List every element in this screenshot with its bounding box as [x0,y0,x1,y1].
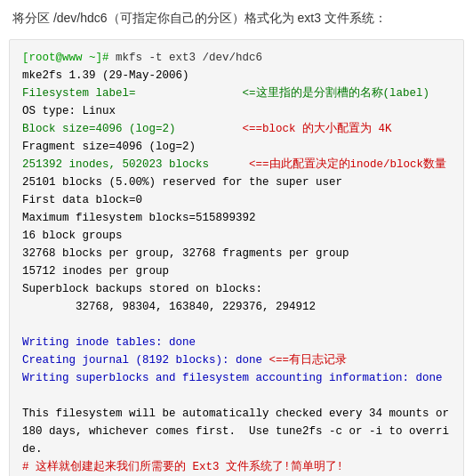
code-line: # 这样就创建起来我们所需要的 Ext3 文件系统了!简单明了! [22,458,451,476]
code-line: Maximum filesystem blocks=515899392 [22,209,451,227]
code-line: Block size=4096 (log=2) <==block 的大小配置为 … [22,120,451,138]
code-line: 32768, 98304, 163840, 229376, 294912 [22,298,451,316]
header-description: 将分区 /dev/hdc6（可指定你自己的分区）格式化为 ext3 文件系统： [12,11,387,25]
code-line: 32768 blocks per group, 32768 fragments … [22,245,451,262]
code-line: 251392 inodes, 502023 blocks <==由此配置决定的i… [22,156,451,173]
code-line: This filesystem will be automatically ch… [22,405,451,423]
code-line [22,387,451,405]
code-line: OS type: Linux [22,102,451,120]
code-line: 16 block groups [22,227,451,245]
code-line: Superblock backups stored on blocks: [22,280,451,298]
code-line: First data block=0 [22,191,451,209]
code-line: 180 days, whichever comes first. Use tun… [22,423,451,458]
code-line: Filesystem label= <=这里指的是分割槽的名称(label) [22,85,451,102]
code-line: Fragment size=4096 (log=2) [22,138,451,156]
code-line: Writing inode tables: done [22,334,451,351]
code-line: Creating journal (8192 blocks): done <==… [22,351,451,369]
header-text: 将分区 /dev/hdc6（可指定你自己的分区）格式化为 ext3 文件系统： [0,0,473,34]
code-line: 15712 inodes per group [22,262,451,280]
code-block: [root@www ~]# mkfs -t ext3 /dev/hdc6mke2… [9,39,464,476]
code-line: 25101 blocks (5.00%) reserved for the su… [22,173,451,191]
code-line: Writing superblocks and filesystem accou… [22,369,451,387]
code-line [22,316,451,334]
code-line: [root@www ~]# mkfs -t ext3 /dev/hdc6 [22,49,451,67]
code-line: mke2fs 1.39 (29-May-2006) [22,67,451,85]
